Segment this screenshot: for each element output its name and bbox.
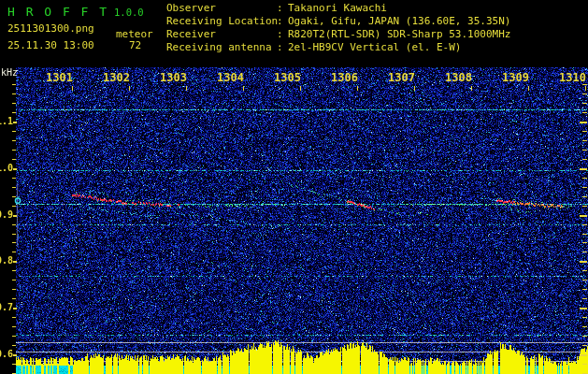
info-label: Observer (166, 2, 277, 15)
spectrogram-canvas (0, 0, 588, 374)
x-axis-label: 1308 (431, 71, 472, 84)
info-row: Observer:Takanori Kawachi (166, 2, 510, 15)
y-axis-label: 0.7 (0, 302, 12, 312)
x-axis-label: 1309 (488, 71, 529, 84)
info-label: Receiver (166, 28, 277, 41)
info-row: Receiving Location:Ogaki, Gifu, JAPAN (1… (166, 15, 510, 28)
info-label: Receiving antenna (166, 41, 277, 54)
info-colon: : (277, 2, 288, 15)
x-axis-label: 1301 (32, 71, 73, 84)
x-axis-label: 1306 (317, 71, 358, 84)
x-axis-label: 1303 (146, 71, 187, 84)
info-value: Takanori Kawachi (288, 2, 387, 15)
x-axis-label: 1307 (374, 71, 415, 84)
app-version: 1.0.0 (114, 7, 144, 18)
echo-count: 72 (129, 39, 141, 51)
x-axis-label: 1310 (545, 71, 586, 84)
info-label: Receiving Location (166, 15, 277, 28)
info-value: 2el-HB9CV Vertical (el. E-W) (288, 41, 461, 54)
info-value: R820T2(RTL-SDR) SDR-Sharp 53.1000MHz (288, 28, 510, 41)
output-filename: 2511301300.png (7, 22, 94, 35)
observation-info: Observer:Takanori KawachiReceiving Locat… (166, 2, 510, 54)
y-axis-unit: kHz (1, 67, 18, 78)
app-title: H R O F F T (7, 5, 108, 19)
info-colon: : (277, 41, 288, 54)
x-axis-label: 1305 (260, 71, 301, 84)
y-axis-label: 1.1 (0, 116, 12, 126)
y-axis-label: 0.6 (0, 349, 12, 359)
x-axis-label: 1304 (203, 71, 244, 84)
info-row: Receiving antenna:2el-HB9CV Vertical (el… (166, 41, 510, 54)
info-row: Receiver:R820T2(RTL-SDR) SDR-Sharp 53.10… (166, 28, 510, 41)
info-colon: : (277, 15, 288, 28)
y-axis-label: 0.8 (0, 255, 12, 266)
y-axis-label: 0.9 (0, 209, 12, 220)
info-value: Ogaki, Gifu, JAPAN (136.60E, 35.35N) (288, 15, 510, 28)
hrofft-window: H R O F F T 1.0.0 2511301300.png meteor … (0, 0, 588, 374)
x-axis-label: 1302 (89, 71, 130, 84)
info-colon: : (277, 28, 288, 41)
y-axis-label: 1.0 (0, 163, 12, 173)
datetime-label: 25.11.30 13:00 (7, 39, 94, 51)
